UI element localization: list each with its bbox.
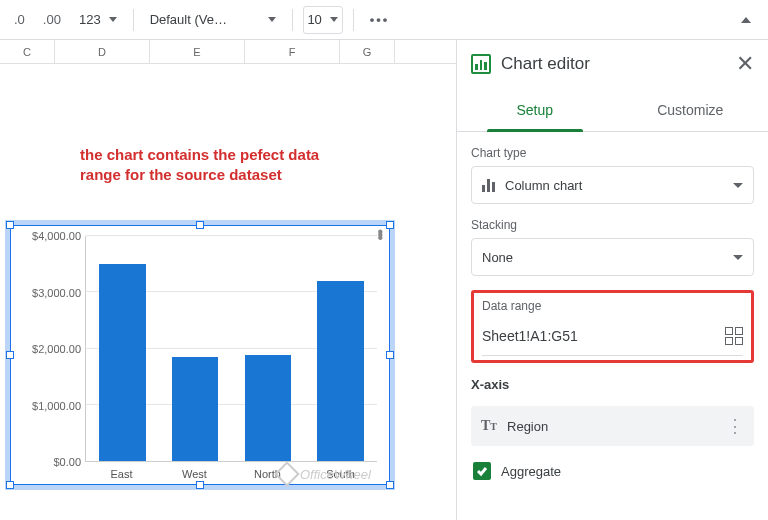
underline bbox=[482, 355, 743, 356]
decrease-decimal-button[interactable]: .0 bbox=[8, 6, 31, 34]
aggregate-label: Aggregate bbox=[501, 464, 561, 479]
data-range-input[interactable]: Sheet1!A1:G51 bbox=[482, 328, 725, 344]
y-tick-label: $4,000.00 bbox=[32, 230, 81, 242]
close-button[interactable]: ✕ bbox=[736, 53, 754, 75]
x-tick-label: North bbox=[231, 468, 304, 480]
resize-handle[interactable] bbox=[386, 221, 394, 229]
column-chart-icon bbox=[482, 178, 495, 192]
stacking-label: Stacking bbox=[471, 218, 754, 232]
chevron-down-icon bbox=[330, 17, 338, 22]
column-header[interactable]: C bbox=[0, 40, 55, 63]
y-tick-label: $2,000.00 bbox=[32, 343, 81, 355]
toolbar-separator bbox=[133, 9, 134, 31]
xaxis-field-row[interactable]: TT Region ⋮ bbox=[471, 406, 754, 446]
column-header[interactable]: D bbox=[55, 40, 150, 63]
chevron-up-icon bbox=[741, 17, 751, 23]
stacking-section: Stacking None bbox=[471, 218, 754, 276]
font-family-value: Default (Ve… bbox=[150, 12, 260, 27]
xaxis-field-value: Region bbox=[507, 419, 548, 434]
chart-type-section: Chart type Column chart bbox=[471, 146, 754, 204]
spreadsheet-area[interactable]: C D E F G the chart contains the pefect … bbox=[0, 40, 456, 520]
toolbar-separator bbox=[292, 9, 293, 31]
x-axis: EastWestNorthSouth bbox=[85, 468, 377, 480]
resize-handle[interactable] bbox=[6, 351, 14, 359]
chart-plot: $0.00 $1,000.00 $2,000.00 $3,000.00 $4,0… bbox=[17, 236, 381, 462]
data-range-label: Data range bbox=[482, 299, 743, 313]
y-tick-label: $3,000.00 bbox=[32, 287, 81, 299]
y-tick-label: $0.00 bbox=[53, 456, 81, 468]
bar bbox=[172, 357, 219, 461]
aggregate-row: Aggregate bbox=[471, 460, 754, 482]
chart-editor-body: Chart type Column chart Stacking None bbox=[457, 132, 768, 496]
resize-handle[interactable] bbox=[6, 481, 14, 489]
select-range-button[interactable] bbox=[725, 327, 743, 345]
number-format-label: 123 bbox=[79, 12, 101, 27]
toolbar: .0 .00 123 Default (Ve… 10 ••• bbox=[0, 0, 768, 40]
increase-decimal-button[interactable]: .00 bbox=[37, 6, 67, 34]
more-tools-button[interactable]: ••• bbox=[364, 6, 396, 34]
collapse-toolbar-button[interactable] bbox=[732, 6, 760, 34]
resize-handle[interactable] bbox=[196, 221, 204, 229]
column-headers: C D E F G bbox=[0, 40, 456, 64]
text-type-icon: TT bbox=[481, 418, 497, 434]
chevron-down-icon bbox=[733, 255, 743, 260]
bar-column bbox=[232, 236, 305, 461]
chevron-down-icon bbox=[733, 183, 743, 188]
font-size-dropdown[interactable]: 10 bbox=[303, 6, 343, 34]
bar-column bbox=[86, 236, 159, 461]
chart-editor-tabs: Setup Customize bbox=[457, 88, 768, 132]
xaxis-section-label: X-axis bbox=[471, 377, 754, 392]
bar bbox=[317, 281, 364, 461]
chart-type-dropdown[interactable]: Column chart bbox=[471, 166, 754, 204]
chart-editor-title: Chart editor bbox=[501, 54, 590, 74]
chevron-down-icon bbox=[109, 17, 117, 22]
resize-handle[interactable] bbox=[6, 221, 14, 229]
font-family-dropdown[interactable]: Default (Ve… bbox=[144, 6, 282, 34]
font-size-value: 10 bbox=[307, 12, 321, 27]
chart-editor-header: Chart editor ✕ bbox=[457, 40, 768, 88]
chart-editor-icon bbox=[471, 54, 491, 74]
stacking-dropdown[interactable]: None bbox=[471, 238, 754, 276]
column-header[interactable]: E bbox=[150, 40, 245, 63]
resize-handle[interactable] bbox=[386, 481, 394, 489]
plot-area bbox=[85, 236, 377, 462]
chevron-down-icon bbox=[268, 17, 276, 22]
bar-column bbox=[304, 236, 377, 461]
x-tick-label: South bbox=[304, 468, 377, 480]
column-header[interactable]: F bbox=[245, 40, 340, 63]
x-tick-label: East bbox=[85, 468, 158, 480]
chart-type-label: Chart type bbox=[471, 146, 754, 160]
chart-object[interactable]: ••• $0.00 $1,000.00 $2,000.00 $3,000.00 … bbox=[10, 225, 390, 485]
data-range-section: Data range Sheet1!A1:G51 bbox=[471, 290, 754, 363]
annotation-text: the chart contains the pefect data range… bbox=[80, 145, 360, 186]
more-options-button[interactable]: ⋮ bbox=[726, 424, 744, 428]
resize-handle[interactable] bbox=[386, 351, 394, 359]
y-axis: $0.00 $1,000.00 $2,000.00 $3,000.00 $4,0… bbox=[17, 236, 85, 462]
resize-handle[interactable] bbox=[196, 481, 204, 489]
column-header[interactable]: G bbox=[340, 40, 395, 63]
tab-customize[interactable]: Customize bbox=[613, 88, 769, 131]
bar bbox=[245, 355, 292, 461]
bar-column bbox=[159, 236, 232, 461]
y-tick-label: $1,000.00 bbox=[32, 400, 81, 412]
bar bbox=[99, 264, 146, 461]
x-tick-label: West bbox=[158, 468, 231, 480]
stacking-value: None bbox=[482, 250, 513, 265]
aggregate-checkbox[interactable] bbox=[473, 462, 491, 480]
toolbar-separator bbox=[353, 9, 354, 31]
number-format-dropdown[interactable]: 123 bbox=[73, 6, 123, 34]
chart-type-value: Column chart bbox=[505, 178, 582, 193]
chart-editor-panel: Chart editor ✕ Setup Customize Chart typ… bbox=[456, 40, 768, 520]
tab-setup[interactable]: Setup bbox=[457, 88, 613, 131]
